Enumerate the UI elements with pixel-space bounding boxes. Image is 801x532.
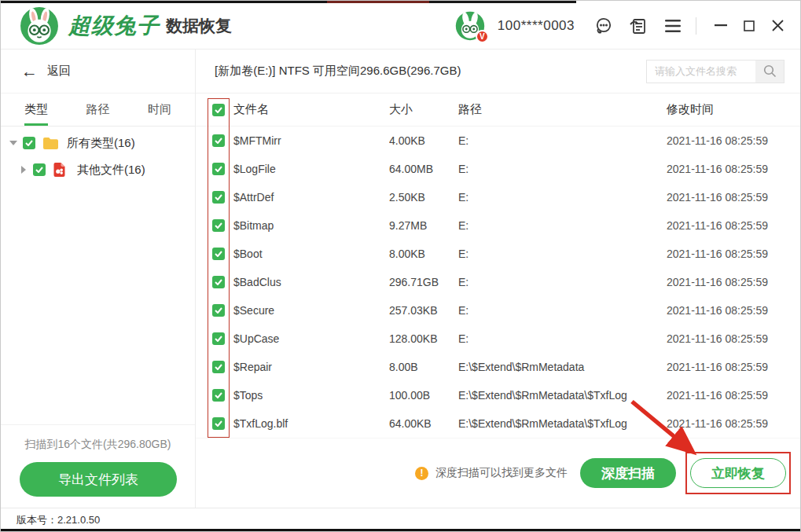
brand: 超级兔子 数据恢复 — [20, 6, 232, 46]
tree-item-all-types[interactable]: 所有类型(16) — [1, 130, 195, 156]
row-checkbox[interactable] — [212, 417, 225, 430]
table-row[interactable]: $Bitmap 9.27MB E: 2021-11-16 08:25:59 — [196, 211, 800, 240]
cell-file-path: E: — [458, 191, 667, 204]
column-header-name[interactable]: 文件名 — [233, 102, 389, 117]
recover-now-button[interactable]: 立即恢复 — [690, 458, 786, 488]
feedback-icon[interactable] — [626, 14, 650, 38]
table-row[interactable]: $Repair 8.00B E:\$Extend\$RmMetadata 202… — [196, 353, 800, 381]
tree-item-other-files[interactable]: 其他文件(16) — [1, 156, 195, 183]
user-avatar[interactable]: V — [455, 11, 485, 41]
row-checkbox[interactable] — [212, 276, 225, 288]
titlebar: 超级兔子 数据恢复 V 100****0003 — [1, 1, 800, 50]
row-checkbox[interactable] — [212, 361, 225, 373]
cell-file-name: $TxfLog.blf — [233, 417, 389, 430]
cell-modified-time: 2021-11-16 08:25:59 — [667, 134, 800, 147]
tree-label: 所有类型(16) — [67, 136, 135, 151]
row-checkbox[interactable] — [212, 389, 225, 402]
back-button[interactable]: ← 返回 — [1, 50, 195, 94]
drive-info: [新加卷(E:)] NTFS 可用空间296.6GB(296.7GB) — [215, 64, 461, 79]
cell-file-size: 100.00B — [389, 389, 458, 402]
cell-file-path: E: — [458, 219, 667, 232]
cell-modified-time: 2021-11-16 08:25:59 — [667, 332, 800, 345]
row-checkbox[interactable] — [212, 163, 225, 175]
cell-file-size: 64.00MB — [389, 163, 458, 175]
tab-type[interactable]: 类型 — [24, 94, 48, 126]
cell-modified-time: 2021-11-16 08:25:59 — [667, 163, 800, 175]
table-row[interactable]: $LogFile 64.00MB E: 2021-11-16 08:25:59 — [196, 155, 800, 183]
table-row[interactable]: $Tops 100.00B E:\$Extend\$RmMetadata\$Tx… — [196, 381, 800, 409]
row-checkbox[interactable] — [212, 304, 225, 317]
select-all-checkbox[interactable] — [212, 104, 225, 116]
cell-file-size: 4.00KB — [389, 134, 458, 147]
deep-scan-button[interactable]: 深度扫描 — [580, 458, 676, 488]
row-checkbox[interactable] — [212, 219, 225, 232]
cell-file-path: E:\$Extend\$RmMetadata — [458, 361, 667, 373]
cell-file-name: $Repair — [233, 361, 389, 373]
folder-icon — [42, 135, 59, 151]
other-file-icon — [53, 162, 69, 178]
account-number: 100****0003 — [498, 18, 575, 34]
bottom-edge-artifact — [1, 529, 800, 531]
main-panel: [新加卷(E:)] NTFS 可用空间296.6GB(296.7GB) 文件名 … — [196, 50, 800, 508]
search-icon[interactable] — [755, 61, 784, 83]
column-header-size[interactable]: 大小 — [389, 102, 458, 117]
cell-file-path: E:\$Extend\$RmMetadata\$TxfLog — [458, 417, 667, 430]
tree-checkbox[interactable] — [23, 137, 35, 149]
statusbar: 版本号：2.21.0.50 — [1, 508, 800, 531]
cell-file-size: 257.03KB — [389, 304, 458, 317]
tab-time[interactable]: 时间 — [148, 94, 171, 126]
row-checkbox[interactable] — [212, 248, 225, 260]
table-row[interactable]: $Boot 8.00KB E: 2021-11-16 08:25:59 — [196, 240, 800, 268]
row-checkbox[interactable] — [212, 332, 225, 345]
file-table-body: $MFTMirr 4.00KB E: 2021-11-16 08:25:59 $… — [196, 127, 800, 438]
back-arrow-icon: ← — [21, 63, 38, 79]
vip-badge: V — [476, 30, 489, 43]
cell-file-name: $Boot — [233, 248, 389, 260]
app-logo-rabbit-icon — [20, 6, 59, 46]
maximize-icon[interactable] — [737, 14, 761, 38]
row-checkbox[interactable] — [212, 134, 225, 147]
cell-file-name: $UpCase — [233, 332, 389, 345]
tab-path[interactable]: 路径 — [86, 94, 110, 126]
cell-modified-time: 2021-11-16 08:25:59 — [667, 219, 800, 232]
minimize-icon[interactable] — [709, 14, 733, 38]
tree-label: 其他文件(16) — [77, 163, 145, 178]
table-row[interactable]: $UpCase 128.00KB E: 2021-11-16 08:25:59 — [196, 325, 800, 353]
file-type-tree: 所有类型(16) — [1, 127, 195, 424]
caret-right-icon[interactable] — [19, 166, 28, 174]
cell-file-size: 128.00KB — [389, 332, 458, 345]
column-header-modified[interactable]: 修改时间 — [667, 102, 800, 117]
sidebar-bottom: 扫描到16个文件(共296.80GB) 导出文件列表 — [1, 424, 195, 508]
table-row[interactable]: $Secure 257.03KB E: 2021-11-16 08:25:59 — [196, 296, 800, 325]
cell-file-path: E:\$Extend\$RmMetadata\$TxfLog — [458, 389, 667, 402]
cell-file-name: $MFTMirr — [233, 134, 389, 147]
cell-file-name: $BadClus — [233, 276, 389, 288]
version-text: 版本号：2.21.0.50 — [17, 513, 100, 527]
back-label: 返回 — [47, 64, 71, 79]
search-input[interactable] — [647, 61, 755, 83]
menu-icon[interactable] — [661, 14, 685, 38]
table-row[interactable]: $BadClus 296.71GB E: 2021-11-16 08:25:59 — [196, 268, 800, 296]
export-file-list-button[interactable]: 导出文件列表 — [20, 462, 177, 497]
table-row[interactable]: $TxfLog.blf 64.00KB E:\$Extend\$RmMetada… — [196, 409, 800, 438]
cell-file-path: E: — [458, 248, 667, 260]
table-row[interactable]: $AttrDef 2.50KB E: 2021-11-16 08:25:59 — [196, 183, 800, 211]
tree-checkbox[interactable] — [33, 163, 46, 176]
column-header-path[interactable]: 路径 — [458, 102, 667, 117]
titlebar-right: V 100****0003 — [455, 11, 789, 41]
row-checkbox[interactable] — [212, 191, 225, 204]
caret-down-icon[interactable] — [9, 141, 18, 145]
close-icon[interactable] — [766, 14, 789, 38]
scan-summary: 扫描到16个文件(共296.80GB) — [20, 438, 176, 452]
cell-file-size: 296.71GB — [389, 276, 458, 288]
cell-modified-time: 2021-11-16 08:25:59 — [667, 276, 800, 288]
sidebar: ← 返回 类型 路径 时间 — [1, 50, 196, 508]
recover-button-annotation-box: 立即恢复 — [685, 452, 791, 494]
customer-service-icon[interactable] — [592, 14, 615, 38]
table-row[interactable]: $MFTMirr 4.00KB E: 2021-11-16 08:25:59 — [196, 127, 800, 155]
cell-modified-time: 2021-11-16 08:25:59 — [667, 417, 800, 430]
warning-icon: ! — [415, 467, 428, 480]
cell-file-path: E: — [458, 332, 667, 345]
cell-file-name: $Tops — [233, 389, 389, 402]
drive-bar: [新加卷(E:)] NTFS 可用空间296.6GB(296.7GB) — [196, 50, 800, 94]
